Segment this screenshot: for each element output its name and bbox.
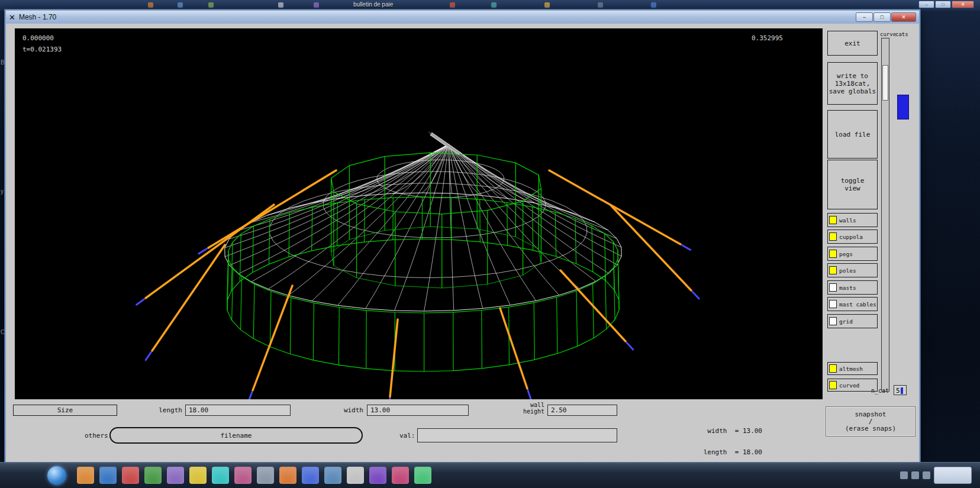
desktop-icon-label: y <box>1 188 4 195</box>
toggle-masts[interactable]: masts <box>827 280 878 295</box>
taskbar-icon[interactable] <box>167 467 184 484</box>
taskbar <box>0 462 980 488</box>
canvas-value-topleft: 0.000000 <box>22 34 54 42</box>
snapshot-button[interactable]: snapshot / (erase snaps) <box>826 406 915 437</box>
toggle-indicator <box>829 216 837 224</box>
taskbar-icon[interactable] <box>302 467 319 484</box>
tray-icon[interactable] <box>911 471 919 479</box>
toggle-indicator <box>829 283 837 292</box>
window-controls: – □ ✕ <box>856 12 916 22</box>
toggle-walls[interactable]: walls <box>827 213 878 227</box>
toolbar-icon <box>208 2 214 8</box>
cats-column-header: cats <box>895 31 908 37</box>
toggle-grid[interactable]: grid <box>827 314 878 328</box>
toggle-label: masts <box>839 285 856 291</box>
toggle-curved[interactable]: curved <box>827 379 878 392</box>
taskbar-icon[interactable] <box>77 467 94 484</box>
desktop-icon-label: O <box>1 329 5 335</box>
tent-wireframe <box>15 28 823 399</box>
toggle-label: altmesh <box>839 366 863 372</box>
toggle-indicator <box>829 317 837 325</box>
n-cat-value: 5 <box>896 387 900 395</box>
taskbar-icon[interactable] <box>369 467 386 484</box>
taskbar-icon[interactable] <box>99 467 117 484</box>
toggle-indicator <box>829 250 837 258</box>
toolbar-icon <box>450 2 455 8</box>
title-bar: ✕ Mesh - 1.70 – □ ✕ <box>6 11 919 24</box>
toggle-indicator <box>829 300 837 308</box>
toolbar-icon <box>598 2 603 8</box>
toolbar-icon <box>314 2 319 8</box>
toggle-label: poles <box>839 267 856 274</box>
curve-column-header: curve <box>880 31 896 37</box>
taskbar-icon[interactable] <box>234 467 252 484</box>
taskbar-icon[interactable] <box>414 467 431 484</box>
load-file-button[interactable]: load file <box>827 110 878 159</box>
toggle-indicator <box>829 266 837 274</box>
taskbar-icon[interactable] <box>257 467 274 484</box>
taskbar-icon[interactable] <box>392 467 409 484</box>
canvas-value-topright: 0.352995 <box>752 34 783 42</box>
text-cursor <box>901 387 903 394</box>
cats-selection-thumb[interactable] <box>897 95 909 119</box>
taskbar-icon[interactable] <box>347 467 364 484</box>
toggle-label: walls <box>839 217 856 224</box>
taskbar-icon[interactable] <box>279 467 296 484</box>
toggle-cuppola[interactable]: cuppola <box>827 230 878 244</box>
toggle-pegs[interactable]: pegs <box>827 247 878 261</box>
toggle-indicator <box>829 364 837 373</box>
val-label: val: <box>399 432 415 439</box>
toggle-poles[interactable]: poles <box>827 263 878 277</box>
background-window-title: bulletin de paie <box>353 1 393 8</box>
clock-area[interactable] <box>934 467 972 484</box>
app-window: ✕ Mesh - 1.70 – □ ✕ 0.000000 t=0.021393 … <box>6 11 919 462</box>
toggle-indicator <box>829 232 837 241</box>
start-button[interactable] <box>47 466 66 485</box>
desktop-icon-label: B <box>1 59 5 66</box>
toggle-mast-cables[interactable]: mast cables <box>827 297 878 311</box>
taskbar-icon[interactable] <box>189 467 207 484</box>
toolbar-icon <box>544 2 550 8</box>
taskbar-icon[interactable] <box>212 467 229 484</box>
bg-minimize-button[interactable]: – <box>918 1 934 8</box>
wall-height-input[interactable]: 2.50 <box>547 405 617 416</box>
others-label: others: <box>85 432 112 439</box>
close-button[interactable]: ✕ <box>891 12 916 22</box>
render-canvas[interactable]: 0.000000 t=0.021393 0.352995 <box>15 28 823 399</box>
system-tray <box>900 467 972 484</box>
length-input[interactable]: 18.00 <box>185 405 291 416</box>
minimize-button[interactable]: – <box>856 12 873 22</box>
desktop-top-strip: bulletin de paie – □ ✕ <box>0 0 980 11</box>
width-input[interactable]: 13.00 <box>367 405 469 416</box>
width-label: width <box>335 406 363 414</box>
size-button[interactable]: Size <box>13 405 117 416</box>
maximize-button[interactable]: □ <box>873 12 891 22</box>
toggle-label: grid <box>839 318 853 325</box>
status-line: length = 18.00 <box>675 449 762 456</box>
n-cat-input[interactable]: 5 <box>894 385 907 395</box>
background-window-controls: – □ ✕ <box>918 1 974 8</box>
taskbar-icon[interactable] <box>144 467 162 484</box>
val-input[interactable] <box>417 428 617 442</box>
bg-close-button[interactable]: ✕ <box>952 1 974 8</box>
toggle-label: mast cables <box>839 301 876 308</box>
toggle-label: pegs <box>839 251 853 257</box>
toggle-view-button[interactable]: toggle view <box>827 160 878 209</box>
toolbar-icon <box>491 2 497 8</box>
toolbar-icon <box>651 2 656 8</box>
length-label: length <box>141 406 182 414</box>
status-line: width = 13.00 <box>675 428 762 435</box>
toggle-label: curved <box>839 382 859 389</box>
filename-button[interactable]: filename <box>109 427 363 444</box>
tray-icon[interactable] <box>900 471 908 479</box>
bg-maximize-button[interactable]: □ <box>935 1 951 8</box>
write-save-button[interactable]: write to 13x18cat, save globals <box>827 62 878 105</box>
toolbar-icon <box>278 2 283 8</box>
exit-button[interactable]: exit <box>827 31 878 56</box>
taskbar-icon[interactable] <box>122 467 139 484</box>
taskbar-icons <box>77 467 431 484</box>
toggle-altmesh[interactable]: altmesh <box>827 362 878 375</box>
curve-scrollbar-thumb[interactable] <box>882 65 888 101</box>
taskbar-icon[interactable] <box>324 467 341 484</box>
tray-icon[interactable] <box>923 471 930 479</box>
